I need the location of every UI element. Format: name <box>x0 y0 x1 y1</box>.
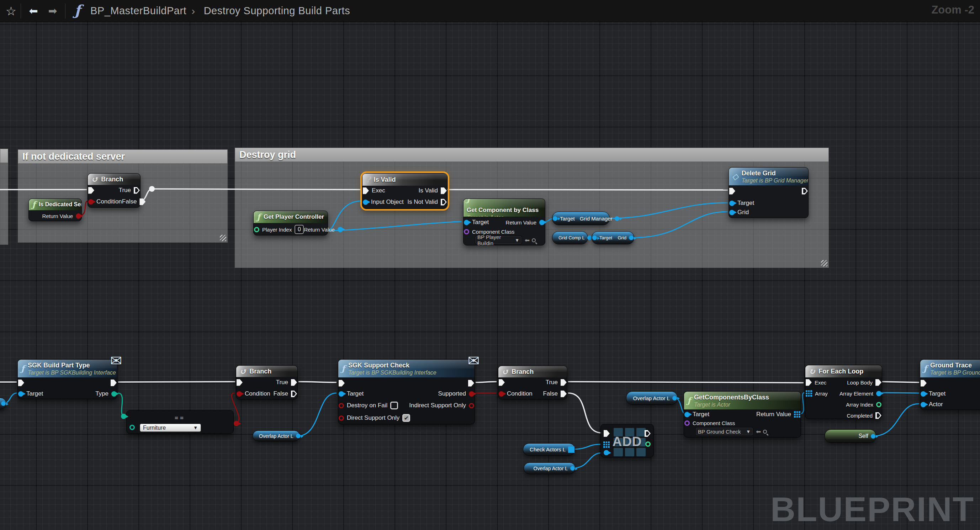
output-pin[interactable] <box>1 401 6 406</box>
pill-grid-manager[interactable]: Target Grid Manager <box>552 212 610 225</box>
return-value-array-pin[interactable] <box>794 411 800 418</box>
target-pin[interactable] <box>464 220 469 225</box>
pill-overlap-actor-bottom[interactable]: Overlap Actor L <box>523 462 576 474</box>
operand-a-pin[interactable] <box>121 414 126 419</box>
operand-b-pin[interactable] <box>129 425 135 430</box>
node-sgk-support-check[interactable]: ✉ ƒ SGK Support Check Target is BP SGKBu… <box>338 359 475 424</box>
true-exec-pin[interactable] <box>134 187 140 194</box>
exec-in-pin[interactable] <box>88 187 94 194</box>
destroy-on-fail-pin[interactable] <box>339 403 344 408</box>
node-branch-3[interactable]: ↺ Branch True Condition False <box>498 366 567 399</box>
exec-in-pin[interactable] <box>363 188 369 194</box>
return-value-pin[interactable] <box>76 213 81 219</box>
browse-icon[interactable] <box>532 238 536 242</box>
pill-overlap-actor-1[interactable]: Overlap Actor L <box>253 430 300 441</box>
node-get-component-by-class[interactable]: ƒ Get Component by Class Target is Actor… <box>463 199 545 245</box>
component-class-dropdown[interactable]: BP Ground Check ▼ <box>695 427 753 436</box>
pill-check-actors[interactable]: Check Actors L <box>523 443 575 456</box>
node-equals[interactable]: == Furniture ▼ <box>126 410 234 434</box>
node-delete-grid[interactable]: ◇ Delete Grid Target is BP Grid Manager … <box>729 167 808 218</box>
array-pin[interactable] <box>568 446 574 453</box>
array-element-pin[interactable] <box>876 391 881 396</box>
return-value-pin[interactable] <box>539 220 545 225</box>
output-pin[interactable] <box>570 466 575 471</box>
is-valid-exec-pin[interactable] <box>441 188 447 194</box>
component-class-dropdown[interactable]: BP Player Buildin ▼ <box>475 236 522 244</box>
input-object-pin[interactable] <box>363 199 368 205</box>
node-branch-2[interactable]: ↺ Branch True Condition False <box>236 365 298 399</box>
condition-pin[interactable] <box>499 391 504 396</box>
grid-comp-pin[interactable] <box>587 236 592 240</box>
exec-in-pin[interactable] <box>237 379 243 386</box>
exec-in-pin[interactable] <box>806 379 812 386</box>
node-for-each-loop[interactable]: ↻ For Each Loop Exec Loop Body Array Arr… <box>805 365 882 419</box>
pill-self[interactable]: Self <box>824 429 876 443</box>
return-index-pin[interactable] <box>645 441 651 447</box>
target-array-pin[interactable] <box>603 441 610 448</box>
breadcrumb-leaf[interactable]: Destroy Supporting Build Parts <box>204 5 350 17</box>
use-selected-icon[interactable]: ⬅ <box>756 428 761 435</box>
component-class-pin[interactable] <box>464 229 469 234</box>
target-pin[interactable] <box>684 412 690 417</box>
pill-grid-comp[interactable]: Grid Comp L <box>552 231 588 244</box>
player-index-pin[interactable] <box>254 227 259 232</box>
breadcrumb-root[interactable]: BP_MasterBuildPart <box>90 5 186 17</box>
output-pin[interactable] <box>672 396 677 401</box>
target-pin[interactable] <box>921 391 926 396</box>
favorite-star-icon[interactable]: ☆ <box>4 4 18 18</box>
destroy-on-fail-checkbox[interactable] <box>390 402 398 409</box>
target-pin[interactable] <box>553 216 557 221</box>
target-pin[interactable] <box>592 236 597 240</box>
use-selected-icon[interactable]: ⬅ <box>525 237 530 244</box>
condition-pin[interactable] <box>88 199 94 205</box>
result-pin[interactable] <box>234 421 239 426</box>
reroute-node[interactable] <box>149 186 155 192</box>
supported-pin[interactable] <box>469 391 474 396</box>
self-pin[interactable] <box>871 434 875 439</box>
node-branch-1[interactable]: ↺ Branch True Condition False <box>88 173 140 208</box>
actor-pin[interactable] <box>921 402 926 407</box>
new-item-pin[interactable] <box>604 450 609 455</box>
true-exec-pin[interactable] <box>291 379 297 386</box>
player-index-value[interactable]: 0 <box>294 225 304 234</box>
enum-dropdown[interactable]: Furniture ▼ <box>140 423 201 432</box>
exec-in-pin[interactable] <box>339 380 345 387</box>
exec-out-pin[interactable] <box>468 380 474 387</box>
direct-support-only-pin[interactable] <box>339 415 344 421</box>
true-exec-pin[interactable] <box>561 379 566 386</box>
target-pin[interactable] <box>339 391 344 396</box>
exec-in-pin[interactable] <box>921 380 927 387</box>
node-get-player-controller[interactable]: ƒ Get Player Controller Player Index 0 R… <box>253 210 328 236</box>
is-not-valid-exec-pin[interactable] <box>441 199 447 205</box>
browse-icon[interactable] <box>763 430 767 434</box>
exec-out-pin[interactable] <box>802 188 808 194</box>
component-class-pin[interactable] <box>684 420 690 426</box>
indirect-support-only-pin[interactable] <box>469 403 474 408</box>
pill-target-grid[interactable]: Target Grid <box>592 231 634 244</box>
exec-out-pin[interactable] <box>111 380 117 386</box>
back-button[interactable]: ⬅ <box>24 5 43 17</box>
condition-pin[interactable] <box>237 391 242 396</box>
loop-body-exec-pin[interactable] <box>875 379 881 386</box>
type-pin[interactable] <box>111 391 117 396</box>
exec-in-pin[interactable] <box>729 188 735 194</box>
false-exec-pin[interactable] <box>561 391 566 397</box>
return-value-pin[interactable] <box>337 227 343 232</box>
array-pin[interactable] <box>806 390 812 396</box>
node-is-valid[interactable]: ? Is Valid Exec Is Valid Input Object Is… <box>362 173 447 209</box>
exec-in-pin[interactable] <box>499 379 505 386</box>
node-is-dedicated-server[interactable]: ƒ Is Dedicated Server Return Value <box>29 199 82 221</box>
node-sgk-build-part-type[interactable]: ✉ ƒ SGK Build Part Type Target is BP SGK… <box>18 359 118 399</box>
pill-overlap-actor-tr[interactable]: Overlap Actor L <box>626 391 678 405</box>
false-exec-pin[interactable] <box>291 391 297 397</box>
grid-pin[interactable] <box>629 236 633 240</box>
array-index-pin[interactable] <box>876 402 881 407</box>
target-pin[interactable] <box>729 201 735 206</box>
exec-in-pin[interactable] <box>18 380 24 386</box>
target-pin[interactable] <box>18 391 24 396</box>
completed-exec-pin[interactable] <box>875 412 881 419</box>
forward-button[interactable]: ➡ <box>43 5 62 17</box>
node-array-add[interactable]: ADD <box>600 424 654 457</box>
grid-manager-pin[interactable] <box>615 216 619 221</box>
output-pin[interactable] <box>296 434 301 438</box>
